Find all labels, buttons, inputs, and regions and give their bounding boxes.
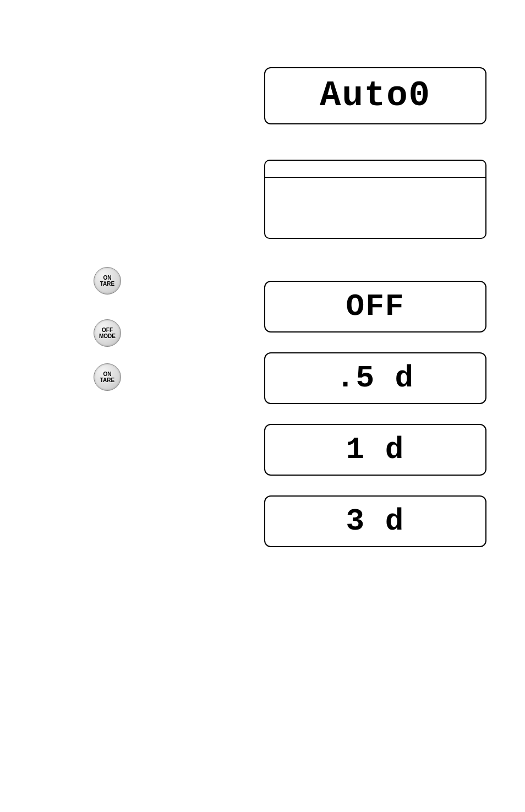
off-mode-button-line2: MODE	[99, 333, 116, 339]
lcd-auto0-text: Auto0	[320, 76, 431, 116]
lcd-3d-text: 3 d	[346, 504, 405, 539]
lcd-1d-text: 1 d	[346, 432, 405, 467]
lcd-point5d: .5 d	[264, 352, 486, 404]
lcd-empty-box	[264, 160, 486, 239]
lcd-1d: 1 d	[264, 424, 486, 476]
off-mode-button[interactable]: OFF MODE	[94, 319, 121, 347]
on-tare-button-1[interactable]: ON TARE	[94, 267, 121, 295]
off-mode-button-line1: OFF	[102, 327, 113, 333]
on-tare-button-1-line2: TARE	[100, 281, 114, 287]
page: Auto0 OFF .5 d 1 d 3 d ON TARE OFF MODE …	[0, 0, 525, 812]
lcd-point5d-text: .5 d	[336, 361, 414, 396]
lcd-3d: 3 d	[264, 495, 486, 547]
on-tare-button-2-line1: ON	[103, 371, 112, 377]
lcd-off-text: OFF	[346, 289, 405, 324]
lcd-empty-divider	[265, 177, 485, 178]
lcd-off: OFF	[264, 281, 486, 333]
on-tare-button-1-line1: ON	[103, 275, 112, 281]
lcd-auto0: Auto0	[264, 67, 486, 124]
on-tare-button-2[interactable]: ON TARE	[94, 363, 121, 391]
on-tare-button-2-line2: TARE	[100, 377, 114, 383]
